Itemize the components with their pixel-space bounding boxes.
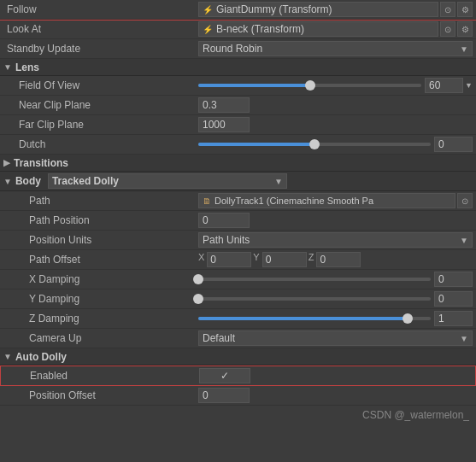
path-offset-label: Path Offset	[3, 254, 198, 266]
path-object-field[interactable]: 🗎 DollyTrack1 (Cinemachine Smooth Pa	[198, 193, 455, 208]
path-label: Path	[3, 195, 198, 207]
y-damping-slider-container	[198, 291, 473, 307]
dutch-slider-thumb[interactable]	[309, 139, 320, 149]
z-damping-slider-thumb[interactable]	[403, 313, 413, 324]
enabled-value: ✓	[199, 368, 472, 383]
position-units-dropdown[interactable]: Path Units ▼	[198, 232, 473, 248]
y-damping-slider-thumb[interactable]	[193, 294, 203, 304]
standby-update-label: Standby Update	[3, 43, 198, 55]
near-clip-plane-label: Near Clip Plane	[3, 99, 198, 111]
y-damping-slider-track[interactable]	[198, 297, 431, 301]
look-at-label: Look At	[3, 23, 198, 35]
look-at-object-field[interactable]: ⚡ B-neck (Transform)	[198, 21, 438, 37]
field-of-view-label: Field Of View	[3, 79, 198, 91]
enabled-row: Enabled ✓	[0, 366, 476, 386]
enabled-checkmark-box[interactable]: ✓	[199, 368, 250, 383]
standby-update-dropdown[interactable]: Round Robin ▼	[198, 41, 473, 56]
path-offset-z-label: Z	[309, 252, 314, 267]
auto-dolly-triangle[interactable]: ▼	[3, 352, 12, 361]
position-units-dropdown-text: Path Units	[203, 234, 250, 246]
lens-section-header: ▼ Lens	[0, 59, 476, 76]
position-offset-input[interactable]	[198, 388, 250, 403]
body-dropdown-text: Tracked Dolly	[52, 175, 119, 187]
field-of-view-value: ▼	[198, 78, 473, 93]
transitions-label: Transitions	[14, 157, 68, 169]
path-offset-y-input[interactable]	[262, 252, 307, 267]
follow-target-btn[interactable]: ⊙	[440, 2, 455, 17]
look-at-row: Look At ⚡ B-neck (Transform) ⊙ ⚙	[0, 20, 476, 39]
watermark: CSDN @_watermelon_	[0, 406, 476, 424]
camera-up-dropdown-text: Default	[203, 332, 235, 344]
camera-up-dropdown[interactable]: Default ▼	[198, 330, 473, 346]
field-of-view-dropdown[interactable]: ▼	[465, 81, 473, 90]
lens-label: Lens	[15, 61, 39, 73]
far-clip-plane-value	[198, 117, 473, 132]
path-object-text: DollyTrack1 (Cinemachine Smooth Pa	[214, 196, 451, 206]
path-position-input[interactable]	[198, 213, 250, 228]
near-clip-plane-value	[198, 97, 473, 113]
field-of-view-row: Field Of View ▼	[0, 76, 476, 96]
body-dropdown-arrow: ▼	[274, 177, 283, 186]
x-damping-label: X Damping	[3, 273, 198, 285]
transitions-triangle[interactable]: ▶	[3, 158, 10, 167]
z-damping-value	[198, 311, 473, 326]
field-of-view-slider-container	[198, 78, 463, 93]
look-at-target-btn[interactable]: ⊙	[440, 21, 455, 37]
path-object-icon: 🗎	[203, 196, 211, 206]
follow-settings-btn[interactable]: ⚙	[457, 2, 473, 17]
body-triangle[interactable]: ▼	[3, 177, 12, 186]
far-clip-plane-label: Far Clip Plane	[3, 119, 198, 131]
lens-triangle[interactable]: ▼	[3, 62, 12, 72]
dutch-slider-fill	[198, 143, 314, 146]
y-damping-value	[198, 291, 473, 307]
path-offset-xyz: X Y Z	[198, 252, 473, 267]
path-value: 🗎 DollyTrack1 (Cinemachine Smooth Pa ⊙	[198, 193, 473, 208]
body-label: Body	[15, 175, 41, 187]
path-offset-x-label: X	[198, 252, 204, 267]
far-clip-plane-input[interactable]	[198, 117, 250, 132]
look-at-object-text: B-neck (Transform)	[216, 23, 434, 35]
position-units-value: Path Units ▼	[198, 232, 473, 248]
far-clip-plane-row: Far Clip Plane	[0, 115, 476, 135]
field-of-view-slider-thumb[interactable]	[305, 80, 315, 91]
x-damping-slider-container	[198, 272, 473, 287]
camera-up-value: Default ▼	[198, 330, 473, 346]
standby-update-dropdown-arrow: ▼	[460, 44, 468, 54]
position-units-dropdown-arrow: ▼	[460, 236, 468, 245]
z-damping-label: Z Damping	[3, 313, 198, 325]
x-damping-slider-track[interactable]	[198, 278, 431, 281]
dutch-input[interactable]	[434, 137, 473, 152]
follow-object-icon: ⚡	[203, 5, 213, 15]
standby-update-dropdown-text: Round Robin	[203, 43, 262, 55]
enabled-checkmark: ✓	[220, 370, 229, 382]
look-at-value: ⚡ B-neck (Transform) ⊙ ⚙	[198, 21, 473, 37]
position-offset-row: Position Offset	[0, 386, 476, 406]
x-damping-row: X Damping	[0, 270, 476, 289]
position-offset-value	[198, 388, 473, 403]
path-offset-x-input[interactable]	[207, 252, 251, 267]
z-damping-slider-track[interactable]	[198, 317, 431, 320]
field-of-view-input[interactable]	[425, 78, 463, 93]
z-damping-input[interactable]	[434, 311, 473, 326]
dutch-row: Dutch	[0, 135, 476, 155]
y-damping-label: Y Damping	[3, 293, 198, 305]
x-damping-slider-thumb[interactable]	[193, 274, 203, 284]
near-clip-plane-input[interactable]	[198, 97, 250, 113]
path-position-row: Path Position	[0, 211, 476, 231]
y-damping-input[interactable]	[434, 291, 473, 307]
dutch-slider-track[interactable]	[198, 143, 431, 146]
enabled-label: Enabled	[4, 370, 199, 382]
follow-object-text: GiantDummy (Transform)	[216, 3, 434, 15]
field-of-view-slider-track[interactable]	[198, 84, 421, 87]
look-at-settings-btn[interactable]: ⚙	[457, 21, 473, 37]
body-dropdown[interactable]: Tracked Dolly ▼	[48, 173, 287, 189]
camera-up-dropdown-arrow: ▼	[460, 334, 468, 343]
path-target-btn[interactable]: ⊙	[457, 193, 473, 208]
follow-row: Follow ⚡ GiantDummy (Transform) ⊙ ⚙	[0, 0, 476, 20]
x-damping-input[interactable]	[434, 272, 473, 287]
x-damping-value	[198, 272, 473, 287]
path-offset-z-input[interactable]	[316, 252, 361, 267]
path-offset-y-label: Y	[253, 252, 259, 267]
path-position-label: Path Position	[3, 214, 198, 226]
follow-object-field[interactable]: ⚡ GiantDummy (Transform)	[198, 2, 438, 17]
